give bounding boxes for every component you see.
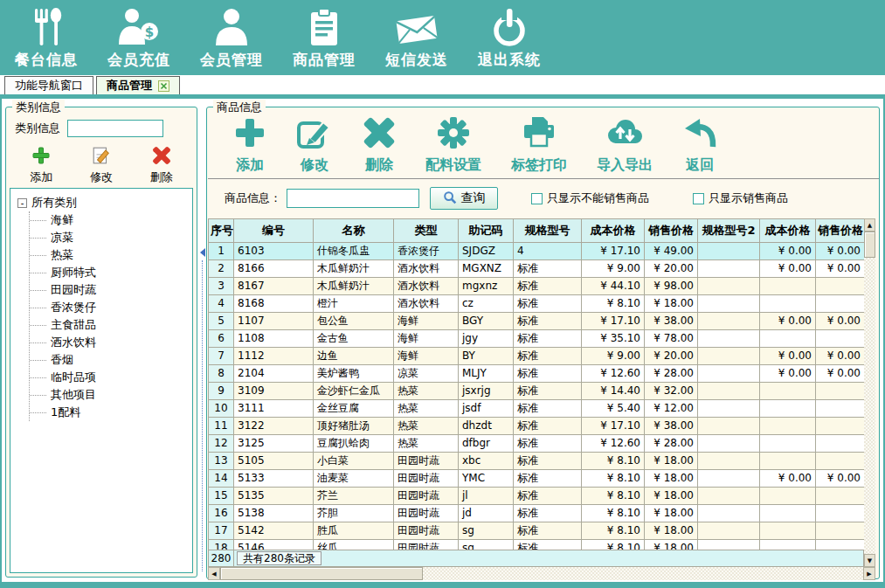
table-cell[interactable]: 标准	[514, 470, 582, 488]
table-cell[interactable]: ¥ 12.00	[645, 400, 698, 418]
table-cell[interactable]: ¥ 18.00	[645, 505, 698, 522]
table-cell[interactable]: 酒水饮料	[394, 260, 459, 278]
column-header[interactable]: 规格型号	[514, 219, 582, 243]
table-cell[interactable]	[760, 488, 816, 505]
table-row[interactable]: 28166木瓜鲜奶汁酒水饮料MGXNZ标准¥ 9.00¥ 20.00¥ 0.00…	[209, 260, 865, 278]
table-cell[interactable]: 田园时蔬	[394, 505, 459, 522]
table-row[interactable]: 103111金丝豆腐热菜jsdf标准¥ 5.40¥ 12.00	[209, 400, 865, 418]
table-cell[interactable]	[698, 260, 760, 278]
table-cell[interactable]: 标准	[514, 522, 582, 540]
scrollbar-thumb[interactable]	[220, 567, 423, 580]
table-cell[interactable]: 金古鱼	[314, 330, 394, 348]
scroll-down-arrow-icon[interactable]: ▼	[864, 554, 875, 567]
table-cell[interactable]: 5135	[234, 488, 314, 505]
table-cell[interactable]: 标准	[514, 540, 582, 550]
table-cell[interactable]: 标准	[514, 435, 582, 453]
table-cell[interactable]: ¥ 44.10	[582, 278, 645, 295]
table-cell[interactable]: 标准	[514, 295, 582, 313]
ingredient-settings-button[interactable]: 配料设置	[425, 116, 481, 175]
table-cell[interactable]: 热菜	[394, 383, 459, 400]
table-cell[interactable]	[760, 400, 816, 418]
table-cell[interactable]: ¥ 49.00	[645, 243, 698, 260]
table-cell[interactable]	[816, 505, 865, 522]
table-cell[interactable]: 6103	[234, 243, 314, 260]
table-cell[interactable]: 标准	[514, 453, 582, 470]
table-cell[interactable]: MLJY	[459, 365, 514, 383]
table-cell[interactable]: jsxrjg	[459, 383, 514, 400]
table-cell[interactable]	[816, 540, 865, 550]
table-cell[interactable]: 8168	[234, 295, 314, 313]
table-cell[interactable]	[760, 435, 816, 453]
checkbox-hide-unsalable[interactable]: 只显示不能销售商品	[531, 190, 649, 206]
table-cell[interactable]: 标准	[514, 313, 582, 330]
row-number-cell[interactable]: 6	[209, 330, 234, 348]
table-cell[interactable]: ¥ 18.00	[645, 295, 698, 313]
tree-item[interactable]: 香浓煲仔	[30, 299, 192, 316]
table-cell[interactable]: YMC	[459, 470, 514, 488]
table-cell[interactable]: 标准	[514, 278, 582, 295]
row-number-cell[interactable]: 11	[209, 418, 234, 435]
table-cell[interactable]: 5138	[234, 505, 314, 522]
category-delete-button[interactable]: 删除	[150, 146, 173, 185]
tree-item[interactable]: 海鲜	[30, 211, 192, 229]
table-cell[interactable]: 3122	[234, 418, 314, 435]
table-cell[interactable]: 标准	[514, 383, 582, 400]
table-cell[interactable]: ¥ 28.00	[645, 365, 698, 383]
table-cell[interactable]: ¥ 32.00	[645, 383, 698, 400]
checkbox-icon[interactable]	[693, 193, 704, 204]
table-cell[interactable]	[698, 243, 760, 260]
column-header[interactable]: 编号	[234, 219, 314, 243]
table-cell[interactable]: 酒水饮料	[394, 295, 459, 313]
tree-item[interactable]: 1配料	[30, 404, 192, 421]
table-cell[interactable]: ¥ 17.10	[582, 243, 645, 260]
table-cell[interactable]	[816, 522, 865, 540]
category-edit-button[interactable]: 修改	[90, 146, 113, 185]
table-cell[interactable]: 小白菜	[314, 453, 394, 470]
table-cell[interactable]: ¥ 20.00	[645, 348, 698, 365]
column-header[interactable]: 助记码	[459, 219, 514, 243]
toolbar-button-product-mgmt[interactable]: 商品管理	[290, 5, 358, 70]
table-cell[interactable]: 标准	[514, 400, 582, 418]
table-cell[interactable]: 标准	[514, 330, 582, 348]
tab-close-icon[interactable]	[158, 80, 169, 92]
table-row[interactable]: 82104美炉酱鸭凉菜MLJY标准¥ 12.60¥ 28.00¥ 0.00¥ 0…	[209, 365, 865, 383]
table-cell[interactable]: ¥ 18.00	[645, 453, 698, 470]
table-cell[interactable]	[698, 330, 760, 348]
table-cell[interactable]: 芥胆	[314, 505, 394, 522]
checkbox-icon[interactable]	[531, 193, 543, 204]
table-cell[interactable]	[816, 278, 865, 295]
table-cell[interactable]: 8167	[234, 278, 314, 295]
toolbar-button-table-info[interactable]: 餐台信息	[12, 5, 80, 70]
table-cell[interactable]: dfbgr	[459, 435, 514, 453]
table-cell[interactable]: ¥ 8.10	[582, 470, 645, 488]
panel-splitter[interactable]	[199, 107, 206, 578]
table-cell[interactable]: ¥ 8.10	[582, 522, 645, 540]
table-cell[interactable]: ¥ 0.00	[816, 470, 865, 488]
row-number-cell[interactable]: 17	[209, 522, 234, 540]
table-cell[interactable]	[816, 453, 865, 470]
scroll-left-arrow-icon[interactable]: ◀	[208, 567, 220, 580]
category-add-button[interactable]: 添加	[30, 146, 52, 185]
table-cell[interactable]: ¥ 18.00	[645, 488, 698, 505]
product-add-button[interactable]: 添加	[233, 116, 266, 175]
toolbar-button-member-mgmt[interactable]: 会员管理	[197, 5, 266, 70]
table-row[interactable]: 71112边鱼海鲜BY标准¥ 9.00¥ 20.00¥ 0.00¥ 0.00	[209, 348, 865, 365]
table-cell[interactable]: ¥ 78.00	[645, 330, 698, 348]
table-cell[interactable]	[698, 313, 760, 330]
table-cell[interactable]: ¥ 8.10	[582, 488, 645, 505]
row-number-cell[interactable]: 16	[209, 505, 234, 522]
table-cell[interactable]: BY	[459, 348, 514, 365]
table-cell[interactable]	[698, 505, 760, 522]
table-cell[interactable]: sg	[459, 522, 514, 540]
table-cell[interactable]: ¥ 5.40	[582, 400, 645, 418]
table-cell[interactable]: 热菜	[394, 418, 459, 435]
table-cell[interactable]: 标准	[514, 488, 582, 505]
tree-item[interactable]: 临时品项	[30, 369, 192, 386]
row-number-cell[interactable]: 12	[209, 435, 234, 453]
table-row[interactable]: 16103什锦冬瓜盅香浓煲仔SJDGZ4¥ 17.10¥ 49.00¥ 0.00…	[209, 243, 865, 260]
checkbox-show-salable[interactable]: 只显示销售商品	[693, 190, 788, 206]
table-cell[interactable]: 热菜	[394, 435, 459, 453]
table-cell[interactable]	[760, 453, 816, 470]
table-cell[interactable]	[698, 365, 760, 383]
table-row[interactable]: 61108金古鱼海鲜jgy标准¥ 35.10¥ 78.00	[209, 330, 865, 348]
